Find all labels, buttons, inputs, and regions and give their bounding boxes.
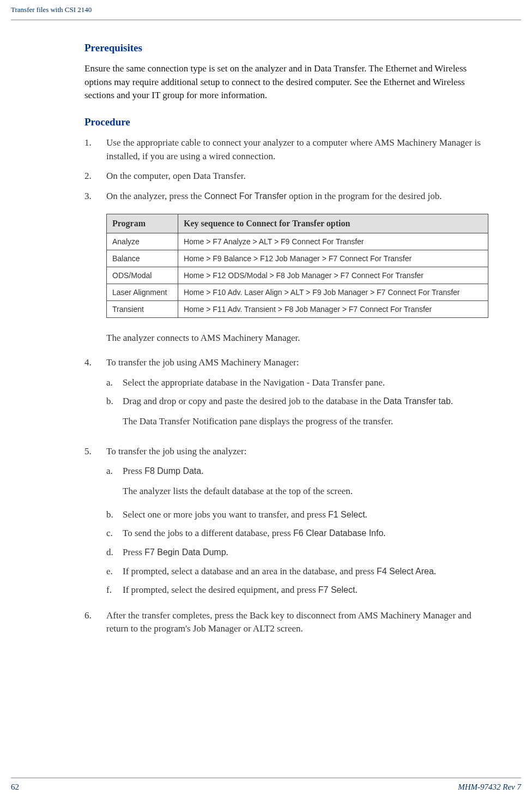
sub-text-pre: Press: [123, 466, 144, 476]
table-row: Laser Alignment Home > F10 Adv. Laser Al…: [107, 284, 488, 301]
step-number: 2.: [84, 170, 106, 183]
ui-f4-select-area: F4 Select Area: [377, 567, 434, 576]
sub-letter: c.: [106, 527, 123, 540]
sub-text: If prompted, select the desired equipmen…: [123, 584, 488, 597]
sub-letter: b.: [106, 395, 123, 408]
sub-text: Select one or more jobs you want to tran…: [123, 508, 488, 522]
sub-letter: f.: [106, 584, 123, 597]
procedure-list: 1. Use the appropriate cable to connect …: [84, 136, 488, 203]
footer-divider: [11, 778, 521, 778]
step-number: 5.: [84, 445, 106, 603]
sub-letter: a.: [106, 376, 123, 390]
table-header-program: Program: [107, 214, 178, 233]
procedure-list-cont: 4. To transfer the job using AMS Machine…: [84, 356, 488, 636]
table-cell-program: Laser Alignment: [107, 284, 178, 301]
table-cell-program: Balance: [107, 250, 178, 267]
sub-text-pre: Drag and drop or copy and paste the desi…: [123, 396, 383, 406]
table-cell-program: Transient: [107, 301, 178, 318]
doc-reference: MHM-97432 Rev 7: [458, 783, 521, 792]
sub-text: If prompted, select a database and an ar…: [123, 565, 488, 579]
prerequisites-heading: Prerequisites: [84, 42, 488, 54]
step-4: 4. To transfer the job using AMS Machine…: [84, 356, 488, 438]
sub-text-pre: Select one or more jobs you want to tran…: [123, 509, 328, 520]
table-cell-sequence: Home > F9 Balance > F12 Job Manager > F7…: [178, 250, 488, 267]
sub-item-f: f. If prompted, select the desired equip…: [106, 584, 488, 597]
sub-item-c: c. To send the jobs to a different datab…: [106, 527, 488, 540]
sub-text: Select the appropriate database in the N…: [123, 376, 488, 390]
procedure-heading: Procedure: [84, 116, 488, 128]
footer-content: 62 MHM-97432 Rev 7: [11, 783, 521, 792]
sub-text-pre: Press: [123, 547, 144, 557]
table-header-sequence: Key sequence to Connect for Transfer opt…: [178, 214, 488, 233]
sub-list: a. Press F8 Dump Data.: [106, 465, 488, 478]
sub-letter: b.: [106, 508, 123, 522]
step-text: To transfer the job using AMS Machinery …: [106, 357, 299, 368]
sub-text-post: .: [434, 566, 436, 576]
sub-text-post: .: [226, 547, 228, 557]
step-number: 3.: [84, 190, 106, 203]
sub-text-post: .: [451, 396, 453, 406]
sub-text: To send the jobs to a different database…: [123, 527, 488, 540]
step-5a-result: The analyzer lists the default database …: [123, 485, 488, 498]
step-text-pre: On the analyzer, press the: [106, 191, 204, 201]
step-5: 5. To transfer the job using the analyze…: [84, 445, 488, 603]
sub-item-b: b. Drag and drop or copy and paste the d…: [106, 395, 488, 408]
header-title: Transfer files with CSI 2140: [11, 5, 92, 14]
step-number: 6.: [84, 609, 106, 636]
step-4-result: The Data Transfer Notification pane disp…: [123, 415, 488, 429]
table-cell-program: Analyze: [107, 233, 178, 250]
ui-connect-for-transfer: Connect For Transfer: [204, 191, 287, 201]
page-header: Transfer files with CSI 2140: [0, 0, 532, 20]
step-text-post: option in the program for the desired jo…: [287, 191, 442, 201]
ui-data-transfer-tab: Data Transfer tab: [383, 396, 451, 406]
table-row: Balance Home > F9 Balance > F12 Job Mana…: [107, 250, 488, 267]
sub-list: b. Select one or more jobs you want to t…: [106, 508, 488, 597]
step-1: 1. Use the appropriate cable to connect …: [84, 136, 488, 163]
page-footer: 62 MHM-97432 Rev 7: [0, 778, 532, 792]
sub-text-pre: If prompted, select a database and an ar…: [123, 566, 377, 576]
table-row: Transient Home > F11 Adv. Transient > F8…: [107, 301, 488, 318]
ui-f6-clear-database: F6 Clear Database Info: [293, 528, 383, 538]
sub-item-e: e. If prompted, select a database and an…: [106, 565, 488, 579]
table-row: Analyze Home > F7 Analyze > ALT > F9 Con…: [107, 233, 488, 250]
table-cell-sequence: Home > F11 Adv. Transient > F8 Job Manag…: [178, 301, 488, 318]
sub-list: a. Select the appropriate database in th…: [106, 376, 488, 408]
step-3: 3. On the analyzer, press the Connect Fo…: [84, 190, 488, 203]
sub-text-post: .: [355, 585, 357, 595]
sub-text: Press F7 Begin Data Dump.: [123, 546, 488, 560]
key-sequence-table: Program Key sequence to Connect for Tran…: [106, 214, 488, 318]
main-content: Prerequisites Ensure the same connection…: [0, 42, 532, 636]
prerequisites-body: Ensure the same connection type is set o…: [84, 62, 488, 103]
sub-letter: d.: [106, 546, 123, 560]
sub-text: Drag and drop or copy and paste the desi…: [123, 395, 488, 408]
table-cell-sequence: Home > F10 Adv. Laser Align > ALT > F9 J…: [178, 284, 488, 301]
sub-item-a: a. Press F8 Dump Data.: [106, 465, 488, 478]
sub-text-post: .: [365, 509, 367, 520]
step-text: After the transfer completes, press the …: [106, 609, 488, 636]
table-row: ODS/Modal Home > F12 ODS/Modal > F8 Job …: [107, 267, 488, 284]
ui-f7-begin-data-dump: F7 Begin Data Dump: [144, 548, 226, 557]
sub-item-d: d. Press F7 Begin Data Dump.: [106, 546, 488, 560]
sub-item-b: b. Select one or more jobs you want to t…: [106, 508, 488, 522]
table-header-row: Program Key sequence to Connect for Tran…: [107, 214, 488, 233]
sub-letter: a.: [106, 465, 123, 478]
sub-text-pre: If prompted, select the desired equipmen…: [123, 585, 318, 595]
table-cell-sequence: Home > F12 ODS/Modal > F8 Job Manager > …: [178, 267, 488, 284]
sub-letter: e.: [106, 565, 123, 579]
step-text: On the analyzer, press the Connect For T…: [106, 190, 488, 203]
step-6: 6. After the transfer completes, press t…: [84, 609, 488, 636]
step-text: Use the appropriate cable to connect you…: [106, 136, 488, 163]
ui-f1-select: F1 Select: [328, 510, 365, 519]
header-divider: [11, 20, 521, 20]
step-content: To transfer the job using the analyzer: …: [106, 445, 488, 603]
sub-text-post: .: [383, 528, 385, 538]
table-cell-program: ODS/Modal: [107, 267, 178, 284]
step-number: 1.: [84, 136, 106, 163]
step-text: To transfer the job using the analyzer:: [106, 446, 247, 456]
sub-text-post: .: [201, 466, 203, 476]
post-table-text: The analyzer connects to AMS Machinery M…: [106, 332, 488, 345]
key-sequence-table-container: Program Key sequence to Connect for Tran…: [106, 214, 488, 318]
sub-item-a: a. Select the appropriate database in th…: [106, 376, 488, 390]
ui-f7-select: F7 Select: [318, 585, 355, 594]
sub-text: Press F8 Dump Data.: [123, 465, 488, 478]
